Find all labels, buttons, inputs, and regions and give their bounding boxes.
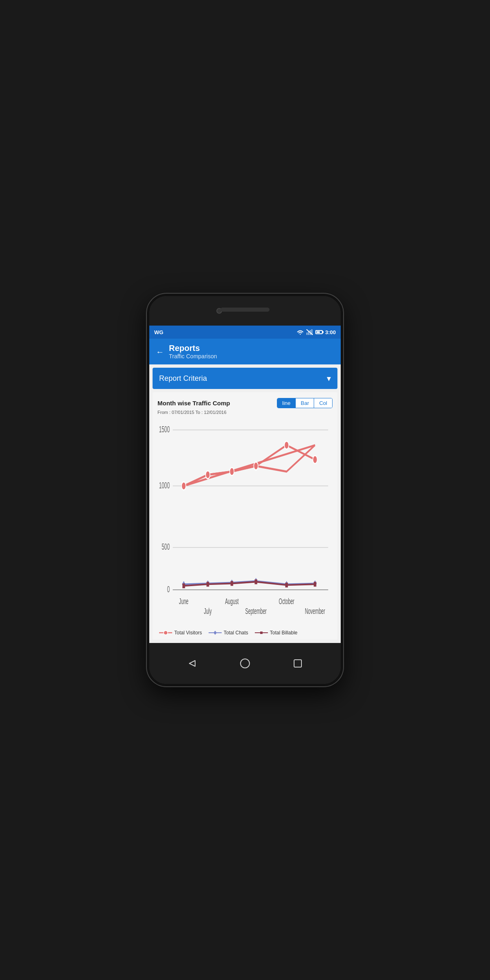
back-button[interactable]: ← [156,348,164,356]
svg-marker-24 [214,631,217,635]
svg-marker-27 [189,661,195,666]
legend-billable-icon [255,630,268,636]
app-bar: ← Reports Traffic Comparison [149,339,341,364]
home-nav-icon [240,658,250,669]
nav-home-button[interactable] [238,656,252,671]
legend-chats-label: Total Chats [224,630,248,636]
bottom-bezel [149,643,341,684]
line-chart: 1500 1000 500 0 June July August [157,418,333,626]
legend-billable: Total Billable [255,630,297,636]
chevron-down-icon: ▾ [327,373,331,383]
page-title: Reports [169,344,217,353]
back-nav-icon [188,659,197,668]
recents-nav-icon [293,659,302,668]
nav-recents-button[interactable] [290,656,305,671]
page-subtitle: Traffic Comparison [169,353,217,360]
svg-text:500: 500 [162,542,170,552]
visitor-dot-1 [182,482,186,490]
svg-point-28 [241,659,249,668]
svg-text:November: November [305,607,325,615]
legend-visitors-icon [159,630,172,636]
app-logo: WG [154,329,163,335]
svg-text:July: July [204,607,212,615]
chart-legend: Total Visitors Total Chats Total Billabl… [157,630,333,636]
visitors-line [184,445,315,486]
speaker [220,308,270,312]
chart-type-line[interactable]: line [277,398,296,408]
legend-chats: Total Chats [209,630,248,636]
billable-dot-6 [314,582,316,587]
svg-rect-29 [294,660,301,667]
phone-frame: WG 3: [147,294,343,686]
legend-chats-icon [209,630,222,636]
visitor-dot-2 [206,471,210,479]
svg-text:1000: 1000 [159,480,170,490]
chart-header: Month wise Traffic Comp line Bar Col [157,398,333,408]
legend-visitors-label: Total Visitors [174,630,202,636]
status-bar: WG 3: [149,326,341,339]
svg-text:June: June [179,597,189,606]
time-display: 3:00 [325,329,336,335]
report-criteria-bar[interactable]: Report Criteria ▾ [153,368,337,389]
billable-dot-5 [285,582,288,587]
screen: WG 3: [149,326,341,643]
billable-dot-4 [255,580,257,584]
wifi-icon [297,330,304,335]
billable-dot-3 [231,581,233,586]
nav-back-button[interactable] [185,656,200,671]
svg-text:August: August [225,597,239,606]
chart-container: Month wise Traffic Comp line Bar Col Fro… [153,392,337,640]
visitor-dot-6 [313,456,317,464]
visitor-dot-3 [230,468,234,476]
svg-text:0: 0 [167,584,170,594]
app-bar-titles: Reports Traffic Comparison [169,344,217,360]
chart-title: Month wise Traffic Comp [157,400,230,407]
svg-text:October: October [279,597,294,606]
visitor-dot-5 [284,441,289,450]
report-criteria-label: Report Criteria [159,374,207,383]
chart-type-bar[interactable]: Bar [296,398,314,408]
svg-rect-0 [306,333,308,335]
svg-rect-26 [260,632,263,634]
svg-text:September: September [245,607,267,615]
legend-visitors: Total Visitors [159,630,202,636]
svg-text:1500: 1500 [159,424,170,434]
billable-dot-2 [207,582,209,587]
chart-type-col[interactable]: Col [314,398,332,408]
top-bezel [149,296,341,326]
chart-date-range: From : 07/01/2015 To : 12/01/2016 [157,410,333,415]
signal-icon [306,329,313,335]
battery-icon [315,330,323,334]
visitor-dot-4 [254,462,258,470]
status-icons: 3:00 [297,329,336,335]
chart-type-selector[interactable]: line Bar Col [277,398,333,408]
chart-area: 1500 1000 500 0 June July August [157,418,333,626]
svg-point-22 [164,631,168,635]
billable-dot-1 [182,583,185,588]
legend-billable-label: Total Billable [270,630,297,636]
